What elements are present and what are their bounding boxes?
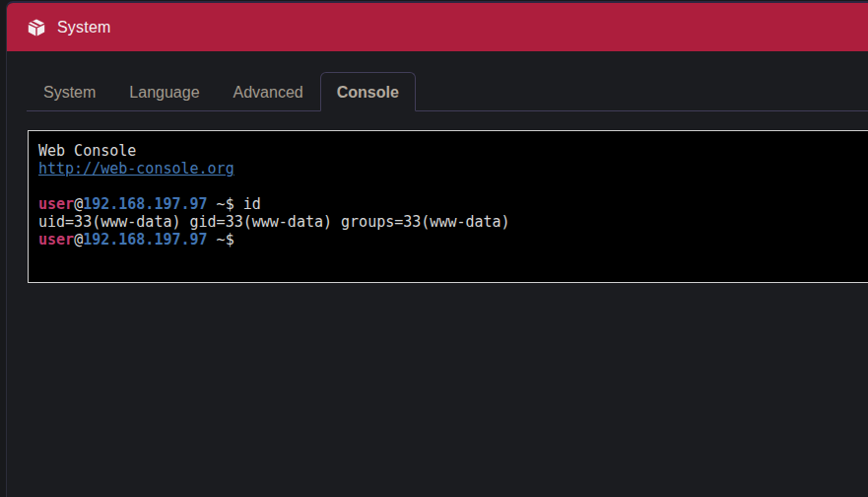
- tab-system[interactable]: System: [27, 72, 112, 111]
- prompt-command: ~$ id: [208, 195, 261, 213]
- console-prompt-line: user@192.168.197.97 ~$ id: [38, 195, 868, 213]
- console-prompt-line: user@192.168.197.97 ~$: [38, 231, 868, 248]
- console-output-line: uid=33(www-data) gid=33(www-data) groups…: [38, 213, 868, 231]
- console-banner-link-line: http://web-console.org: [38, 160, 868, 178]
- prompt-at: @: [74, 231, 83, 248]
- prompt-user: user: [38, 231, 74, 248]
- prompt-host: 192.168.197.97: [83, 231, 207, 248]
- tab-language[interactable]: Language: [112, 72, 216, 111]
- web-console-terminal[interactable]: Web Console http://web-console.org user@…: [28, 130, 868, 283]
- system-panel: System System Language Advanced Console …: [6, 1, 868, 497]
- prompt-host: 192.168.197.97: [83, 195, 207, 213]
- prompt-at: @: [74, 195, 83, 213]
- tab-advanced[interactable]: Advanced: [217, 72, 320, 111]
- tab-console[interactable]: Console: [320, 72, 416, 111]
- console-blank-line: [38, 178, 868, 195]
- console-banner-title: Web Console: [38, 142, 868, 160]
- tab-bar: System Language Advanced Console: [27, 72, 868, 111]
- panel-body: System Language Advanced Console Web Con…: [7, 51, 868, 283]
- box-icon: [28, 19, 45, 36]
- panel-title: System: [57, 19, 111, 36]
- panel-header: System: [7, 3, 868, 51]
- prompt-suffix: ~$: [208, 231, 234, 248]
- page: System System Language Advanced Console …: [0, 0, 868, 497]
- web-console-link[interactable]: http://web-console.org: [38, 160, 234, 178]
- prompt-user: user: [38, 195, 74, 213]
